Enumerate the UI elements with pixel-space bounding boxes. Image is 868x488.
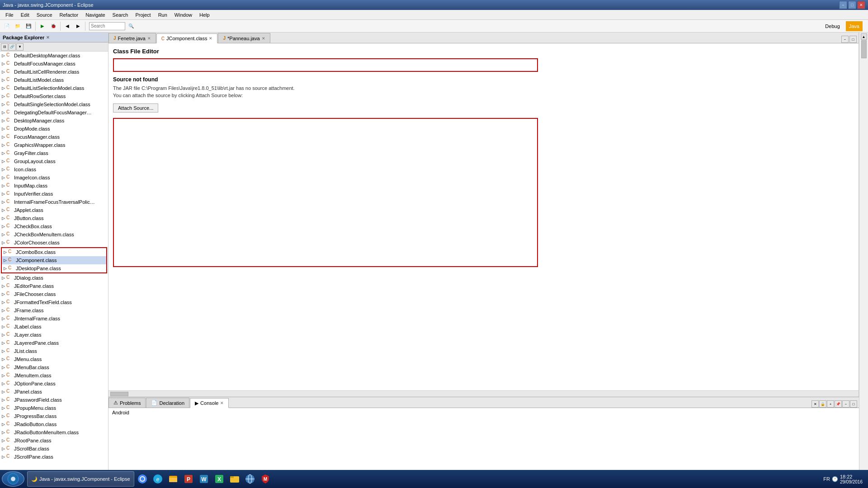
tree-item[interactable]: ▷ C GraphicsWrapper.class: [0, 141, 108, 149]
toolbar-save[interactable]: 💾: [24, 21, 33, 31]
taskbar-eclipse-btn[interactable]: 🌙 Java - javax.swing.JComponent - Eclips…: [27, 471, 134, 487]
minimize-button[interactable]: −: [839, 1, 847, 9]
tree-item[interactable]: ▷ C JButton.class: [0, 214, 108, 222]
editor-min-button[interactable]: −: [841, 36, 849, 43]
console-scroll-lock[interactable]: 🔒: [819, 400, 826, 408]
jcomponent-item[interactable]: ▷ C JComponent.class: [2, 256, 106, 264]
tab-close-jcomponent[interactable]: ✕: [209, 36, 212, 41]
tree-item[interactable]: ▷ C JDialog.class: [0, 274, 108, 282]
tree-item[interactable]: ▷ C JLayeredPane.class: [0, 339, 108, 347]
tab-panneau[interactable]: J *Panneau.java ✕: [218, 33, 270, 43]
menu-project[interactable]: Project: [132, 11, 154, 19]
menu-help[interactable]: Help: [196, 11, 213, 19]
attach-source-button[interactable]: Attach Source...: [113, 103, 158, 113]
tree-item[interactable]: ▷ C Icon.class: [0, 165, 108, 174]
tree-item[interactable]: ▷ C DelegatingDefaultFocusManager…: [0, 108, 108, 117]
menu-search[interactable]: Search: [109, 11, 132, 19]
jcombobox-item[interactable]: ▷ C JComboBox.class: [2, 248, 106, 256]
editor-max-button[interactable]: □: [849, 36, 857, 43]
tree-item[interactable]: ▷ C InternalFrameFocusTraversalPolic…: [0, 198, 108, 206]
tree-item[interactable]: ▷ C JPanel.class: [0, 388, 108, 396]
tree-item[interactable]: ▷ C DesktopManager.class: [0, 117, 108, 125]
tab-fenetre[interactable]: J Fenetre.java ✕: [108, 33, 156, 43]
taskbar-chrome[interactable]: [135, 472, 150, 486]
tree-item[interactable]: ▷ C DefaultFocusManager.class: [0, 60, 108, 68]
tab-declaration[interactable]: 📄 Declaration: [146, 398, 189, 408]
tree-item[interactable]: ▷ C GrayFilter.class: [0, 149, 108, 157]
tree-item[interactable]: ▷ C JFileChooser.class: [0, 290, 108, 298]
tree-item[interactable]: ▷ C JRadioButtonMenuItem.class: [0, 428, 108, 436]
editor-vscroll-up[interactable]: ▲: [861, 33, 867, 40]
menu-window[interactable]: Window: [171, 11, 196, 19]
pe-collapse-all[interactable]: ⊟: [1, 43, 8, 51]
taskbar-word[interactable]: W: [197, 472, 211, 486]
tree-item[interactable]: ▷ C InputVerifier.class: [0, 190, 108, 198]
tree-item[interactable]: ▷ C JFormattedTextField.class: [0, 298, 108, 306]
tree-item[interactable]: ▷ C JMenuItem.class: [0, 371, 108, 380]
console-new[interactable]: +: [827, 400, 834, 408]
tree-item[interactable]: ▷ C DefaultSingleSelectionModel.class: [0, 100, 108, 108]
tree-item[interactable]: ▷ C JList.class: [0, 347, 108, 355]
toolbar-debug[interactable]: 🐞: [48, 21, 58, 31]
taskbar-files[interactable]: [227, 472, 242, 486]
tree-item[interactable]: ▷ C JLabel.class: [0, 323, 108, 331]
editor-vscroll-track[interactable]: [861, 40, 867, 472]
bottom-max[interactable]: □: [850, 400, 857, 408]
tree-item[interactable]: ▷ C JApplet.class: [0, 206, 108, 214]
toolbar-open[interactable]: 📁: [13, 21, 23, 31]
tree-item[interactable]: ▷ C JLayer.class: [0, 331, 108, 339]
toolbar-back[interactable]: ◀: [62, 21, 72, 31]
pe-menu[interactable]: ▼: [16, 43, 24, 51]
tree-item[interactable]: ▷ C DropMode.class: [0, 125, 108, 133]
toolbar-fwd[interactable]: ▶: [73, 21, 83, 31]
tree-item[interactable]: ▷ C JMenu.class: [0, 355, 108, 363]
tree-item[interactable]: ▷ C JColorChooser.class: [0, 239, 108, 247]
menu-source[interactable]: Source: [33, 11, 56, 19]
tree-item[interactable]: ▷ C JMenuBar.class: [0, 363, 108, 371]
toolbar-new[interactable]: 📄: [2, 21, 12, 31]
taskbar-ie[interactable]: e: [151, 472, 165, 486]
tree-item[interactable]: ▷ C InputMap.class: [0, 182, 108, 190]
tree-item[interactable]: ▷ C JInternalFrame.class: [0, 314, 108, 323]
tree-item[interactable]: ▷ C JScrollPane.class: [0, 453, 108, 461]
tree-item[interactable]: ▷ C GroupLayout.class: [0, 157, 108, 165]
tab-close-panneau[interactable]: ✕: [262, 36, 265, 41]
tree-item[interactable]: ▷ C JEditorPane.class: [0, 282, 108, 290]
debug-mode-button[interactable]: Debug: [822, 21, 843, 31]
tree-item[interactable]: ▷ C JCheckBox.class: [0, 222, 108, 230]
tree-item[interactable]: ▷ C JProgressBar.class: [0, 412, 108, 420]
menu-edit[interactable]: Edit: [17, 11, 33, 19]
taskbar-security[interactable]: M: [258, 472, 273, 486]
console-pin[interactable]: 📌: [835, 400, 842, 408]
tree-item[interactable]: ▷ C ImageIcon.class: [0, 174, 108, 182]
tree-item[interactable]: ▷ C FocusManager.class: [0, 133, 108, 141]
tree-item[interactable]: ▷ C JOptionPane.class: [0, 380, 108, 388]
tree-item[interactable]: ▷ C JPasswordField.class: [0, 396, 108, 404]
tab-problems[interactable]: ⚠ Problems: [108, 398, 146, 408]
tree-item[interactable]: ▷ C DefaultListModel.class: [0, 76, 108, 84]
tree-item[interactable]: ▷ C DefaultDesktopManager.class: [0, 52, 108, 60]
java-mode-button[interactable]: Java: [846, 21, 863, 31]
tree-item[interactable]: ▷ C JScrollBar.class: [0, 445, 108, 453]
tree-item[interactable]: ▷ C JFrame.class: [0, 306, 108, 314]
pe-tree[interactable]: ▷ C DefaultDesktopManager.class ▷ C Defa…: [0, 52, 108, 478]
taskbar-powerpoint[interactable]: P: [181, 472, 196, 486]
taskbar-browser[interactable]: [243, 472, 257, 486]
taskbar-explorer[interactable]: [166, 472, 180, 486]
pe-link-editor[interactable]: 🔗: [9, 43, 16, 51]
tab-console[interactable]: ▶ Console ✕: [190, 398, 229, 408]
menu-navigate[interactable]: Navigate: [82, 11, 108, 19]
close-button[interactable]: ✕: [857, 1, 865, 9]
tree-item[interactable]: ▷ C DefaultRowSorter.class: [0, 92, 108, 100]
search-input[interactable]: [89, 22, 125, 30]
tree-item[interactable]: ▷ C JPopupMenu.class: [0, 404, 108, 412]
jdesktoppane-item[interactable]: ▷ C JDesktopPane.class: [2, 264, 106, 272]
tree-item[interactable]: ▷ C JRadioButton.class: [0, 420, 108, 428]
menu-refactor[interactable]: Refactor: [56, 11, 82, 19]
tab-close-console[interactable]: ✕: [220, 401, 224, 405]
tree-item[interactable]: ▷ C JRootPane.class: [0, 436, 108, 445]
tab-close-fenetre[interactable]: ✕: [147, 36, 151, 41]
bottom-min[interactable]: −: [842, 400, 849, 408]
editor-scrollbar-h[interactable]: [108, 390, 859, 397]
search-button[interactable]: 🔍: [126, 21, 136, 31]
